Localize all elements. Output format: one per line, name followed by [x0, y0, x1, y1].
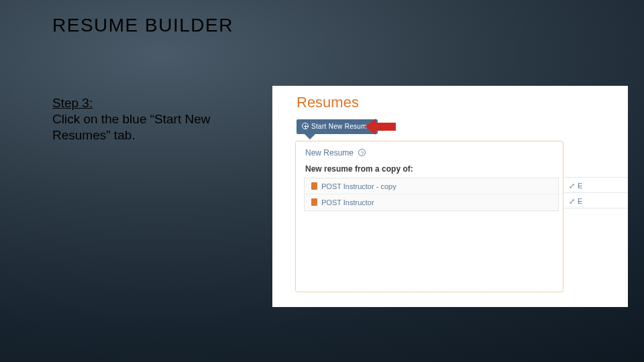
- action-label: E: [578, 197, 582, 205]
- callout-arrow-icon: [365, 119, 396, 135]
- copy-from-heading: New resume from a copy of:: [305, 164, 413, 174]
- list-item-label: POST Instructor: [321, 198, 374, 206]
- slide-title: RESUME BUILDER: [52, 15, 233, 36]
- app-screenshot: Resumes Start New Resume New Resume ? Ne…: [272, 86, 628, 307]
- list-item[interactable]: POST Instructor - copy: [305, 178, 558, 194]
- action-label: E: [578, 182, 582, 190]
- expand-icon: ⤢: [569, 193, 575, 209]
- plus-icon: [302, 123, 309, 129]
- document-icon: [311, 182, 317, 190]
- document-icon: [311, 198, 317, 206]
- expand-icon: ⤢: [569, 178, 575, 194]
- right-actions-strip: ⤢E ⤢E: [564, 177, 628, 208]
- new-resume-label: New Resume ?: [305, 148, 366, 158]
- copy-source-list: POST Instructor - copy POST Instructor: [304, 178, 559, 211]
- resumes-heading: Resumes: [297, 94, 359, 111]
- list-item[interactable]: POST Instructor: [305, 194, 558, 210]
- action-row[interactable]: ⤢E: [564, 192, 628, 208]
- action-row[interactable]: ⤢E: [564, 177, 628, 193]
- step-label: Step 3:: [52, 96, 93, 110]
- new-resume-panel: New Resume ? New resume from a copy of: …: [295, 141, 564, 292]
- help-icon[interactable]: ?: [358, 149, 366, 156]
- tab-pointer-icon: [305, 134, 315, 139]
- step-text: Click on the blue “Start New Resumes” ta…: [52, 112, 211, 142]
- list-item-label: POST Instructor - copy: [321, 182, 396, 190]
- step-instruction: Step 3: Click on the blue “Start New Res…: [52, 95, 240, 143]
- start-new-resume-label: Start New Resume: [311, 123, 371, 130]
